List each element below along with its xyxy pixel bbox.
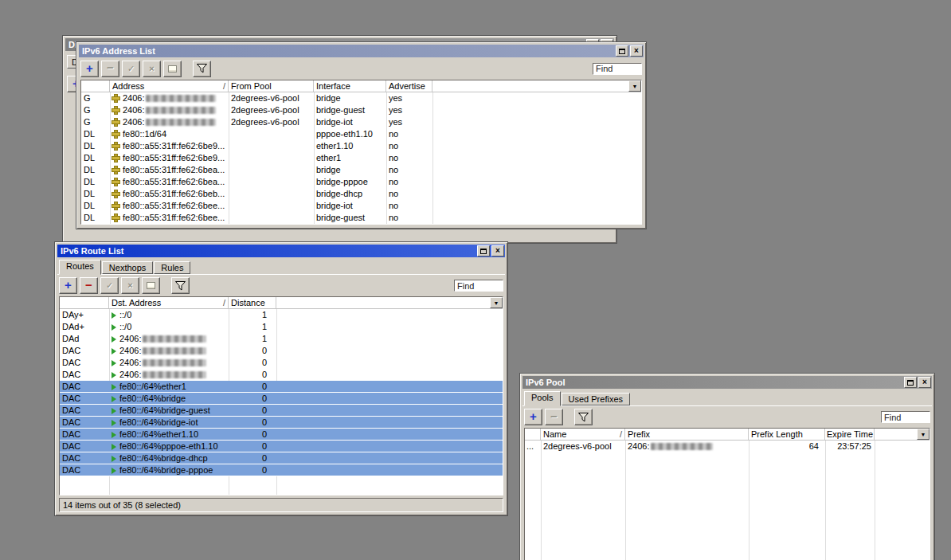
maximize-button[interactable] bbox=[616, 45, 628, 57]
redacted-blur bbox=[146, 95, 216, 102]
address-row[interactable]: DL fe80::a55:31ff:fe62:6bea... bridge no bbox=[81, 164, 641, 176]
row-distance: 1 bbox=[229, 333, 276, 345]
titlebar[interactable]: IPv6 Pool × bbox=[522, 376, 932, 389]
disable-button[interactable]: × bbox=[143, 61, 161, 77]
address-row[interactable]: G 2406: 2degrees-v6-pool bridge-iot yes bbox=[81, 116, 641, 128]
header-prefix-length[interactable]: Prefix Length bbox=[749, 429, 825, 440]
close-button[interactable]: × bbox=[491, 245, 504, 257]
remove-button[interactable]: − bbox=[545, 409, 563, 425]
enable-button[interactable]: ✓ bbox=[100, 277, 119, 294]
row-flags: DAC bbox=[60, 381, 109, 393]
route-row[interactable]: DAC fe80::/64%bridge-dhcp 0 bbox=[60, 452, 503, 464]
route-table: Dst. Address / Distance ▼ DAy+ ::/0 1 bbox=[59, 296, 503, 495]
column-menu-button[interactable]: ▼ bbox=[917, 429, 929, 440]
row-distance: 0 bbox=[229, 429, 276, 441]
header-address[interactable]: Address / bbox=[110, 80, 229, 92]
route-row[interactable]: DAd+ ::/0 1 bbox=[60, 321, 503, 333]
filter-button[interactable] bbox=[193, 61, 211, 77]
address-row[interactable]: DL fe80::a55:31ff:fe62:6bea... bridge-pp… bbox=[81, 176, 641, 188]
address-text: 2406: bbox=[123, 116, 145, 128]
titlebar[interactable]: IPv6 Route List × bbox=[57, 245, 505, 257]
route-row[interactable]: DAC fe80::/64%bridge-pppoe 0 bbox=[60, 464, 503, 476]
route-arrow-icon bbox=[112, 336, 116, 343]
header-prefix[interactable]: Prefix bbox=[625, 429, 749, 440]
window-title: IPv6 Route List bbox=[61, 246, 475, 256]
address-text: fe80::1d/64 bbox=[123, 128, 166, 140]
filter-button[interactable] bbox=[171, 277, 190, 294]
route-row[interactable]: DAy+ ::/0 1 bbox=[60, 309, 503, 321]
column-menu-button[interactable]: ▼ bbox=[628, 80, 641, 92]
address-text: 2406: bbox=[123, 104, 145, 116]
row-flags: G bbox=[81, 92, 110, 104]
address-row[interactable]: DL fe80::1d/64 pppoe-eth1.10 no bbox=[81, 128, 641, 140]
titlebar[interactable]: IPv6 Address List × bbox=[79, 45, 644, 57]
route-row[interactable]: DAC fe80::/64%ether1.10 0 bbox=[60, 429, 503, 441]
route-row[interactable]: DAd 2406: 1 bbox=[60, 333, 503, 345]
ipv6-address-icon bbox=[112, 202, 119, 210]
disable-button[interactable]: × bbox=[121, 277, 139, 294]
route-row[interactable]: DAC 2406: 0 bbox=[60, 357, 503, 369]
remove-button[interactable]: − bbox=[101, 61, 119, 77]
remove-button[interactable]: − bbox=[80, 277, 98, 294]
pool-row[interactable]: ... 2degrees-v6-pool 2406: 64 23:57:25 bbox=[525, 441, 929, 452]
address-row[interactable]: DL fe80::a55:31ff:fe62:6beb... bridge-dh… bbox=[81, 188, 641, 200]
row-distance: 0 bbox=[229, 441, 276, 452]
close-button[interactable]: × bbox=[918, 377, 931, 388]
address-row[interactable]: DL fe80::a55:31ff:fe62:6be9... ether1 no bbox=[81, 152, 641, 164]
row-flags: DL bbox=[81, 176, 110, 188]
tab-nexthops[interactable]: Nexthops bbox=[102, 261, 153, 274]
row-from-pool bbox=[229, 152, 314, 164]
route-row[interactable]: DAC fe80::/64%pppoe-eth1.10 0 bbox=[60, 441, 503, 452]
row-distance: 1 bbox=[229, 321, 276, 333]
row-address: 2406: bbox=[110, 116, 229, 128]
address-table: Address / From Pool Interface Advertise … bbox=[80, 80, 642, 225]
route-row[interactable]: DAC 2406: 0 bbox=[60, 345, 503, 357]
close-button[interactable]: × bbox=[630, 45, 643, 57]
filter-button[interactable] bbox=[574, 409, 593, 425]
header-expire-time[interactable]: Expire Time bbox=[825, 429, 875, 440]
address-row[interactable]: G 2406: 2degrees-v6-pool bridge-guest ye… bbox=[81, 104, 641, 116]
header-distance[interactable]: Distance bbox=[229, 297, 276, 308]
redacted-blur bbox=[651, 443, 713, 450]
tab-pools[interactable]: Pools bbox=[524, 391, 561, 406]
address-row[interactable]: DL fe80::a55:31ff:fe62:6bee... bridge-gu… bbox=[81, 212, 641, 224]
row-distance: 0 bbox=[229, 417, 276, 429]
dst-address-text: fe80::/64%bridge-iot bbox=[119, 417, 198, 429]
row-interface: ether1.10 bbox=[314, 140, 386, 152]
header-name[interactable]: Name / bbox=[541, 429, 625, 440]
row-address: fe80::a55:31ff:fe62:6be9... bbox=[110, 152, 229, 164]
maximize-button[interactable] bbox=[477, 245, 490, 257]
redacted-blur bbox=[143, 371, 206, 378]
row-distance: 0 bbox=[229, 369, 276, 381]
column-menu-button[interactable]: ▼ bbox=[490, 297, 503, 308]
comment-button[interactable] bbox=[142, 277, 160, 294]
route-row[interactable]: DAC fe80::/64%bridge 0 bbox=[60, 393, 503, 405]
route-row[interactable]: DAC fe80::/64%bridge-guest 0 bbox=[60, 405, 503, 417]
route-arrow-icon bbox=[112, 420, 116, 426]
tab-rules[interactable]: Rules bbox=[154, 261, 190, 274]
find-input[interactable] bbox=[454, 280, 503, 292]
find-input[interactable] bbox=[881, 411, 930, 423]
header-advertise[interactable]: Advertise bbox=[386, 80, 432, 92]
tab-used-prefixes[interactable]: Used Prefixes bbox=[562, 393, 630, 405]
address-row[interactable]: DL fe80::a55:31ff:fe62:6bee... bridge-io… bbox=[81, 200, 641, 212]
comment-button[interactable] bbox=[163, 61, 182, 77]
add-button[interactable]: + bbox=[80, 61, 99, 77]
find-input[interactable] bbox=[593, 63, 642, 75]
maximize-button[interactable] bbox=[904, 377, 917, 388]
add-button[interactable]: + bbox=[59, 277, 77, 294]
address-row[interactable]: DL fe80::a55:31ff:fe62:6be9... ether1.10… bbox=[81, 140, 641, 152]
route-row[interactable]: DAC fe80::/64%bridge-iot 0 bbox=[60, 417, 503, 429]
address-row[interactable]: G 2406: 2degrees-v6-pool bridge yes bbox=[81, 92, 641, 104]
header-interface[interactable]: Interface bbox=[314, 80, 386, 92]
header-from-pool[interactable]: From Pool bbox=[229, 80, 314, 92]
row-dst-address: 2406: bbox=[109, 369, 229, 381]
route-row[interactable]: DAC 2406: 0 bbox=[60, 369, 503, 381]
row-flags: DAd+ bbox=[60, 321, 109, 333]
header-dst-address[interactable]: Dst. Address / bbox=[109, 297, 229, 308]
enable-button[interactable]: ✓ bbox=[122, 61, 140, 77]
tab-routes[interactable]: Routes bbox=[59, 260, 101, 275]
row-interface: bridge-dhcp bbox=[314, 188, 386, 200]
route-row[interactable]: DAC fe80::/64%ether1 0 bbox=[60, 381, 503, 393]
add-button[interactable]: + bbox=[524, 409, 542, 425]
